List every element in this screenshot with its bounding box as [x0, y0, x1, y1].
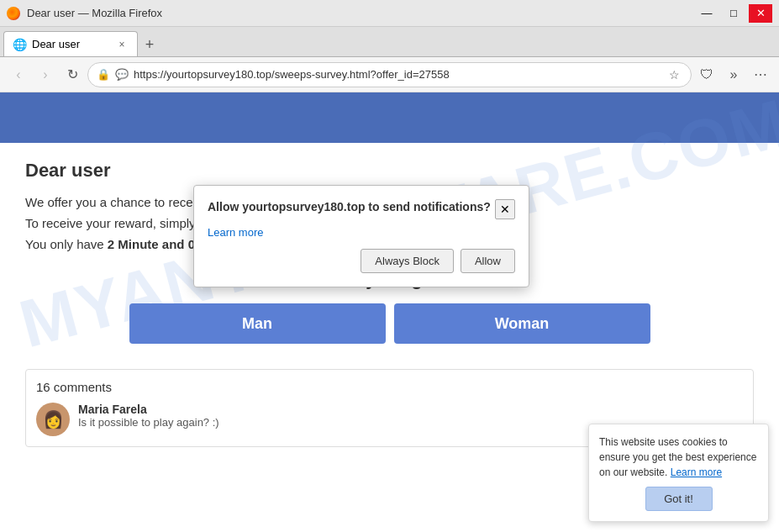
man-button[interactable]: Man: [129, 303, 386, 344]
titlebar: Dear user — Mozilla Firefox — □ ✕: [0, 0, 779, 27]
shield-button[interactable]: 🛡: [695, 63, 718, 87]
bookmark-button[interactable]: ☆: [666, 66, 682, 83]
allow-button[interactable]: Allow: [461, 249, 515, 273]
got-it-button[interactable]: Got it!: [645, 487, 713, 511]
cookie-popup: This website uses cookies to ensure you …: [588, 424, 769, 522]
page-text-3-prefix: You only have: [25, 237, 108, 251]
titlebar-title: Dear user — Mozilla Firefox: [27, 7, 162, 19]
tabbar: 🌐 Dear user × +: [0, 27, 779, 57]
woman-button[interactable]: Woman: [394, 303, 650, 344]
page-title: Dear user: [25, 160, 754, 182]
commenter-name: Maria Farela: [78, 403, 743, 416]
tab-close-button[interactable]: ×: [115, 38, 129, 51]
minimize-button[interactable]: —: [695, 4, 718, 23]
tab-label: Dear user: [32, 38, 80, 50]
active-tab[interactable]: 🌐 Dear user ×: [3, 31, 138, 56]
notification-icon: 💬: [115, 68, 129, 81]
page-content: MYANTISPYWARE.COM Dear user We offer you…: [0, 92, 779, 532]
back-button[interactable]: ‹: [7, 63, 30, 87]
extensions-button[interactable]: »: [722, 63, 745, 87]
comments-count: 16 comments: [36, 380, 743, 394]
new-tab-button[interactable]: +: [138, 33, 161, 56]
cookie-learn-more-link[interactable]: Learn more: [671, 466, 722, 478]
always-block-button[interactable]: Always Block: [361, 249, 454, 273]
avatar-emoji: 👩: [43, 409, 64, 429]
security-icon: 🔒: [97, 68, 110, 81]
maximize-button[interactable]: □: [722, 4, 745, 23]
notification-popup: Allow yourtopsurvey180.top to send notif…: [193, 185, 529, 287]
popup-title: Allow yourtopsurvey180.top to send notif…: [208, 199, 495, 216]
titlebar-left: Dear user — Mozilla Firefox: [7, 7, 162, 20]
url-text: https://yourtopsurvey180.top/sweeps-surv…: [134, 68, 661, 81]
menu-button[interactable]: ⋯: [749, 63, 772, 87]
comment-avatar: 👩: [36, 403, 70, 436]
popup-buttons: Always Block Allow: [208, 249, 515, 273]
titlebar-controls: — □ ✕: [695, 4, 772, 23]
tab-favicon: 🌐: [13, 38, 27, 51]
address-bar[interactable]: 🔒 💬 https://yourtopsurvey180.top/sweeps-…: [87, 62, 692, 87]
popup-header: Allow yourtopsurvey180.top to send notif…: [208, 199, 515, 219]
popup-close-button[interactable]: ✕: [495, 199, 515, 219]
gender-buttons: Man Woman: [25, 303, 754, 344]
cookie-text: This website uses cookies to ensure you …: [599, 435, 758, 480]
navbar: ‹ › ↻ 🔒 💬 https://yourtopsurvey180.top/s…: [0, 57, 779, 92]
forward-button[interactable]: ›: [34, 63, 57, 87]
close-button[interactable]: ✕: [749, 4, 772, 23]
reload-button[interactable]: ↻: [61, 63, 84, 87]
page-header: [0, 92, 779, 126]
firefox-icon: [7, 7, 20, 20]
popup-learn-more-link[interactable]: Learn more: [208, 226, 515, 239]
